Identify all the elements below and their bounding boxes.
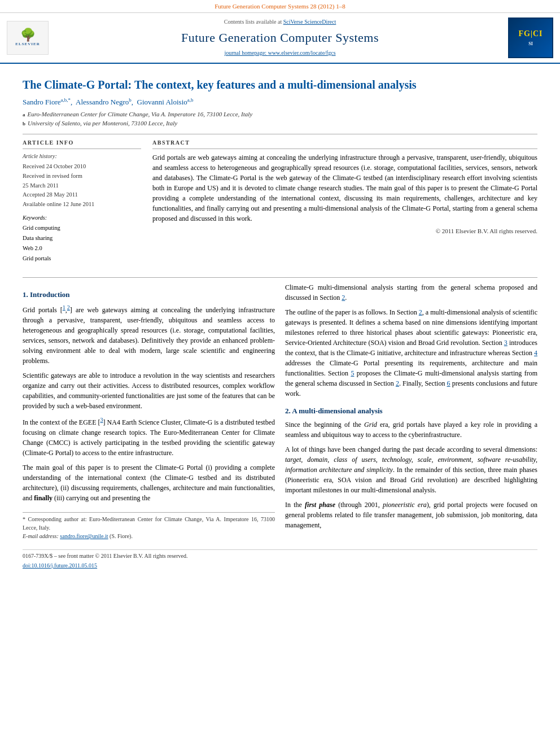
author-3-sup: a,b — [187, 97, 194, 103]
multidim-para-1: Since the beginning of the Grid era, gri… — [285, 420, 537, 440]
sciverse-link[interactable]: SciVerse ScienceDirect — [283, 19, 336, 25]
affil-a-text: Euro-Mediterranean Center for Climate Ch… — [28, 110, 253, 119]
intro-para-1: Grid portals [1,2] are web gateways aimi… — [23, 303, 275, 366]
section-2-link[interactable]: 2 — [342, 294, 345, 302]
abstract-column: ABSTRACT Grid portals are web gateways a… — [152, 139, 537, 268]
author-1-sup: a,b,* — [61, 97, 71, 103]
sec2b-link[interactable]: 2 — [396, 379, 399, 387]
keyword-1: Grid computing — [23, 223, 141, 233]
multidim-para-3: In the first phase (through 2001, pionee… — [285, 500, 537, 530]
journal-homepage: journal homepage: www.elsevier.com/locat… — [58, 49, 502, 58]
affil-b-sup: b — [23, 120, 25, 128]
keywords-label: Keywords: — [23, 214, 141, 222]
sec4-link[interactable]: 4 — [534, 349, 537, 357]
journal-name: Future Generation Computer Systems — [58, 29, 502, 47]
received-revised-label: Received in revised form — [23, 172, 141, 181]
footnote-corr-author: * Corresponding author at: Euro-Mediterr… — [23, 515, 275, 532]
article-content: The Climate-G Portal: The context, key f… — [0, 64, 560, 578]
keyword-2: Data sharing — [23, 233, 141, 243]
keyword-3: Web 2.0 — [23, 243, 141, 254]
intro-para-5: Climate-G multi-dimensional analysis sta… — [285, 282, 537, 303]
intro-heading: 1. Introduction — [23, 289, 275, 300]
author-2-sup: b — [129, 97, 132, 103]
article-history-group: Article history: Received 24 October 201… — [23, 152, 141, 209]
revised-date: 25 March 2011 — [23, 181, 141, 191]
doi-link[interactable]: doi:10.1016/j.future.2011.05.015 — [23, 562, 97, 569]
affil-b-text: University of Salento, via per Monteroni… — [28, 119, 177, 128]
elsevier-brand-text: ELSEVIER — [15, 41, 40, 47]
homepage-prefix: journal homepage: — [224, 50, 268, 56]
author-1-name: Sandro Fiore — [23, 98, 61, 106]
author-3-name: Giovanni Aloisio — [137, 98, 187, 106]
footnote-email: E-mail address: sandro.fiore@unile.it (S… — [23, 532, 275, 540]
footnote-divider — [23, 512, 275, 513]
article-title: The Climate-G Portal: The context, key f… — [23, 77, 537, 92]
history-label: Article history: — [23, 152, 141, 161]
intro-para-4: The main goal of this paper is to presen… — [23, 462, 275, 503]
affil-a-sup: a — [23, 111, 25, 119]
body-section: 1. Introduction Grid portals [1,2] are w… — [23, 282, 537, 541]
received-date: Received 24 October 2010 — [23, 162, 141, 172]
accepted-date: Accepted 28 May 2011 — [23, 190, 141, 200]
sciverse-line: Contents lists available at SciVerse Sci… — [58, 18, 502, 27]
intro-para-6: The outline of the paper is as follows. … — [285, 307, 537, 399]
issn-line: 0167-739X/$ – see front matter © 2011 El… — [23, 552, 537, 561]
sec5-link[interactable]: 5 — [351, 369, 354, 377]
elsevier-logo-image: 🌳 ELSEVIER — [7, 21, 49, 55]
copyright-line: © 2011 Elsevier B.V. All rights reserved… — [152, 227, 537, 236]
author-2-name: Alessandro Negro — [76, 98, 129, 106]
fgcs-logo-sub: SI — [528, 41, 533, 47]
affiliations: a Euro-Mediterranean Center for Climate … — [23, 110, 537, 128]
homepage-url[interactable]: www.elsevier.com/locate/fgcs — [268, 50, 336, 56]
body-divider — [23, 277, 537, 278]
intro-para-3: In the context of the EGEE [3] NA4 Earth… — [23, 416, 275, 458]
elsevier-logo: 🌳 ELSEVIER — [7, 21, 52, 55]
bottom-copyright: 0167-739X/$ – see front matter © 2011 El… — [23, 549, 537, 570]
email-link[interactable]: sandro.fiore@unile.it — [60, 533, 108, 539]
abstract-text: Grid portals are web gateways aiming at … — [152, 152, 537, 224]
journal-title-block: Contents lists available at SciVerse Sci… — [58, 18, 502, 57]
abstract-label: ABSTRACT — [152, 139, 537, 150]
body-left-column: 1. Introduction Grid portals [1,2] are w… — [23, 282, 275, 541]
journal-citation-bar: Future Generation Computer Systems 28 (2… — [0, 0, 560, 13]
email-label: E-mail address: — [23, 533, 60, 539]
intro-para-2: Scientific gateways are able to introduc… — [23, 370, 275, 411]
sec2-link[interactable]: 2 — [419, 308, 422, 316]
fgcs-logo: FG|CI SI — [508, 18, 553, 58]
multidim-heading: 2. A multi-dimensional analysis — [285, 405, 537, 417]
fgcs-logo-box: FG|CI SI — [508, 18, 553, 58]
info-abstract-section: ARTICLE INFO Article history: Received 2… — [23, 139, 537, 268]
ref-3[interactable]: 3 — [100, 417, 103, 423]
authors-line: Sandro Fiorea,b,*, Alessandro Negrob, Gi… — [23, 97, 537, 108]
header-divider — [23, 134, 537, 134]
available-date: Available online 12 June 2011 — [23, 200, 141, 209]
keywords-group: Keywords: Grid computing Data sharing We… — [23, 214, 141, 264]
journal-citation: Future Generation Computer Systems 28 (2… — [215, 3, 345, 10]
sec3-link[interactable]: 3 — [504, 339, 508, 347]
fgcs-logo-text: FG|CI — [518, 28, 542, 40]
keyword-4: Grid portals — [23, 254, 141, 264]
doi-line: doi:10.1016/j.future.2011.05.015 — [23, 562, 537, 570]
ref-1[interactable]: 1 — [63, 304, 65, 311]
article-info-label: ARTICLE INFO — [23, 139, 141, 150]
article-info-column: ARTICLE INFO Article history: Received 2… — [23, 139, 141, 268]
ref-2[interactable]: 2 — [67, 304, 70, 311]
body-right-column: Climate-G multi-dimensional analysis sta… — [285, 282, 537, 541]
affil-a-line: a Euro-Mediterranean Center for Climate … — [23, 110, 537, 119]
elsevier-tree-icon: 🌳 — [20, 29, 36, 41]
affil-b-line: b University of Salento, via per Montero… — [23, 119, 537, 128]
email-name: (S. Fiore). — [110, 533, 133, 539]
sciverse-prefix: Contents lists available at — [224, 19, 283, 25]
multidim-para-2: A lot of things have been changed during… — [285, 444, 537, 495]
journal-header: 🌳 ELSEVIER Contents lists available at S… — [0, 13, 560, 64]
sec6-link[interactable]: 6 — [447, 379, 450, 387]
